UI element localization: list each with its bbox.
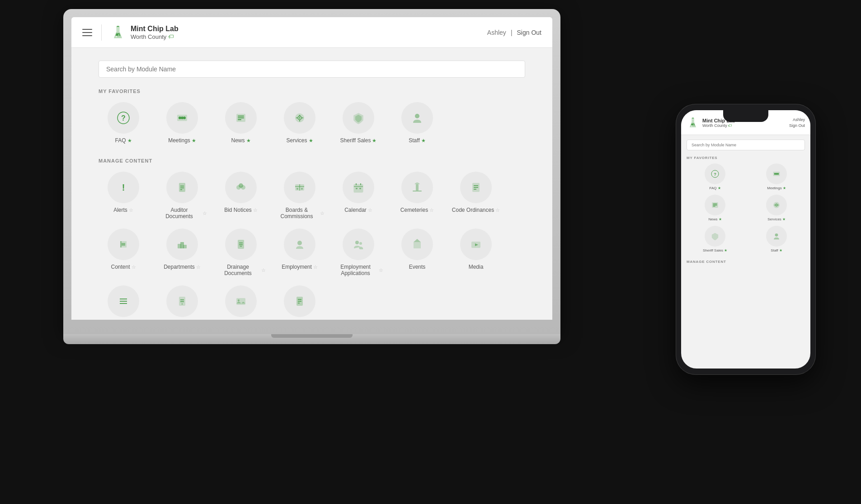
module-boards[interactable]: Boards & Commissions☆ bbox=[275, 172, 325, 219]
module-employment[interactable]: Employment☆ bbox=[275, 229, 325, 276]
module-faq[interactable]: ? FAQ★ bbox=[99, 102, 148, 144]
phone-module-staff[interactable]: Staff★ bbox=[748, 226, 805, 252]
phone-brand-sub: Worth County 🏷 bbox=[702, 123, 735, 128]
module-content[interactable]: Content☆ bbox=[99, 229, 148, 276]
module-boards-label: Boards & Commissions☆ bbox=[275, 207, 325, 219]
phone-module-meetings-label: Meetings★ bbox=[767, 186, 786, 190]
laptop-base bbox=[63, 334, 560, 344]
phone-tag-icon: 🏷 bbox=[728, 124, 732, 128]
phone-module-services[interactable]: Services★ bbox=[748, 195, 805, 221]
faq-star: ★ bbox=[127, 138, 132, 144]
svg-point-90 bbox=[776, 205, 777, 205]
phone-module-sheriff[interactable]: Sheriff Sales★ bbox=[687, 226, 743, 252]
module-employment-circle bbox=[284, 229, 315, 260]
module-events-circle bbox=[401, 229, 433, 260]
phone-content: MY FAVORITES ? FAQ★ bbox=[681, 135, 810, 369]
drainage-star: ☆ bbox=[261, 267, 266, 273]
module-sheriff-sales-label: Sheriff Sales★ bbox=[340, 137, 377, 144]
module-departments-circle bbox=[166, 229, 198, 260]
module-news[interactable]: News★ bbox=[216, 102, 266, 144]
module-staff-circle bbox=[401, 102, 433, 134]
module-employment-apps-label: Employment Applications☆ bbox=[334, 264, 383, 276]
svg-rect-42 bbox=[416, 184, 419, 191]
svg-point-5 bbox=[118, 34, 119, 36]
module-alerts[interactable]: ! Alerts☆ bbox=[99, 172, 148, 219]
phone-module-faq-label: FAQ★ bbox=[709, 186, 720, 190]
phone-module-staff-circle bbox=[766, 226, 787, 247]
module-calendar[interactable]: Calendar☆ bbox=[334, 172, 383, 219]
svg-text:?: ? bbox=[714, 172, 716, 177]
app-content: MY FAVORITES ? FAQ★ bbox=[71, 48, 552, 320]
module-events[interactable]: Events bbox=[392, 229, 442, 276]
phone-favorites-grid: ? FAQ★ Meetings★ bbox=[687, 163, 805, 252]
flask-icon bbox=[110, 24, 126, 41]
news-star: ★ bbox=[246, 138, 251, 144]
module-menu-items[interactable]: Menu Items bbox=[99, 285, 148, 320]
laptop-device: Mint Chip Lab Worth County 🏷 Ashley | Si… bbox=[63, 9, 560, 361]
module-drainage-docs-circle bbox=[225, 229, 257, 260]
module-media[interactable]: Media bbox=[451, 229, 501, 276]
module-policies[interactable]: Policies bbox=[275, 285, 325, 320]
app-header: Mint Chip Lab Worth County 🏷 Ashley | Si… bbox=[71, 17, 552, 48]
module-sheriff-sales-circle bbox=[343, 102, 374, 134]
code-star: ☆ bbox=[495, 207, 500, 213]
svg-rect-36 bbox=[354, 184, 363, 192]
module-faq-label: FAQ★ bbox=[115, 137, 132, 144]
module-meetings-circle bbox=[166, 102, 198, 134]
services-star: ★ bbox=[309, 138, 313, 144]
svg-rect-85 bbox=[713, 204, 717, 204]
module-sheriff-sales[interactable]: Sheriff Sales★ bbox=[334, 102, 383, 144]
svg-point-30 bbox=[239, 183, 243, 188]
scene: Mint Chip Lab Worth County 🏷 Ashley | Si… bbox=[0, 0, 861, 504]
module-calendar-label: Calendar☆ bbox=[344, 207, 372, 213]
module-drainage-docs[interactable]: Drainage Documents☆ bbox=[216, 229, 266, 276]
svg-rect-66 bbox=[236, 298, 245, 305]
module-cemeteries[interactable]: Cemeteries☆ bbox=[392, 172, 442, 219]
phone-notch bbox=[723, 110, 768, 122]
bid-star: ☆ bbox=[253, 207, 258, 213]
phone-module-news[interactable]: News★ bbox=[687, 195, 743, 221]
module-bid-notices[interactable]: Bid Notices☆ bbox=[216, 172, 266, 219]
phone-favorites-title: MY FAVORITES bbox=[687, 156, 805, 160]
phone-device: Mint Chip Lab Worth County 🏷 Ashley Sign… bbox=[676, 104, 816, 375]
module-departments-label: Departments☆ bbox=[164, 264, 201, 270]
svg-rect-51 bbox=[238, 240, 244, 249]
module-auditor-docs-circle bbox=[166, 172, 198, 203]
svg-text:!: ! bbox=[122, 182, 125, 192]
svg-point-93 bbox=[775, 233, 778, 237]
module-code-ordinances[interactable]: Code Ordinances☆ bbox=[451, 172, 501, 219]
module-photo-gallery[interactable]: Photo Gallery bbox=[216, 285, 266, 320]
calendar-star: ☆ bbox=[368, 207, 372, 213]
module-staff[interactable]: Staff★ bbox=[392, 102, 442, 144]
manage-grid: ! Alerts☆ Auditor Documents☆ bbox=[99, 172, 525, 320]
svg-rect-50 bbox=[183, 245, 187, 248]
module-cemeteries-circle bbox=[401, 172, 433, 203]
phone-flask-icon bbox=[687, 117, 699, 129]
module-meetings[interactable]: Meetings★ bbox=[157, 102, 207, 144]
favorites-section-title: MY FAVORITES bbox=[99, 89, 525, 94]
departments-star: ☆ bbox=[196, 264, 201, 270]
module-employment-apps[interactable]: Employment Applications☆ bbox=[334, 229, 383, 276]
svg-point-54 bbox=[297, 241, 302, 245]
phone-module-services-circle bbox=[766, 195, 787, 215]
module-alerts-circle: ! bbox=[108, 172, 139, 203]
module-services-label: Services★ bbox=[286, 137, 313, 144]
module-auditor-docs-label: Auditor Documents☆ bbox=[157, 207, 207, 219]
sign-out-link[interactable]: Sign Out bbox=[517, 29, 541, 36]
phone-module-meetings[interactable]: Meetings★ bbox=[748, 163, 805, 190]
search-input[interactable] bbox=[99, 61, 525, 78]
module-services-circle bbox=[284, 102, 315, 134]
phone-search-input[interactable] bbox=[687, 140, 805, 150]
module-departments[interactable]: Departments☆ bbox=[157, 229, 207, 276]
boards-star: ☆ bbox=[320, 210, 325, 216]
manage-section-title: MANAGE CONTENT bbox=[99, 158, 525, 163]
phone-module-staff-label: Staff★ bbox=[771, 248, 782, 252]
module-services[interactable]: Services★ bbox=[275, 102, 325, 144]
module-auditor-docs[interactable]: Auditor Documents☆ bbox=[157, 172, 207, 219]
phone-sign-out[interactable]: Sign Out bbox=[789, 123, 805, 129]
phone-module-faq[interactable]: ? FAQ★ bbox=[687, 163, 743, 190]
svg-rect-15 bbox=[238, 119, 241, 120]
module-faq-circle: ? bbox=[108, 102, 139, 134]
menu-button[interactable] bbox=[82, 29, 92, 36]
module-pages[interactable]: Pages bbox=[157, 285, 207, 320]
